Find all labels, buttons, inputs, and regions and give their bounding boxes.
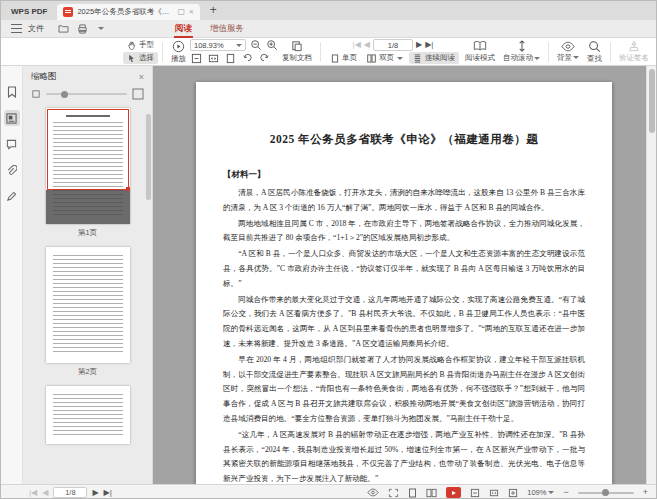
fullscreen-icon[interactable] — [508, 488, 518, 498]
select-tool-button[interactable]: 选择 — [123, 52, 158, 64]
thumbnail-item-1[interactable]: 第1页 — [46, 108, 130, 238]
status-zoom-slider[interactable] — [578, 492, 634, 494]
more-tools-caret-icon[interactable] — [98, 27, 104, 30]
copy-document-button[interactable]: 复制文档 — [278, 39, 316, 64]
status-zoom-combo[interactable]: 109% — [527, 488, 554, 497]
open-folder-icon[interactable] — [58, 24, 69, 33]
status-next-page-icon[interactable]: ▶ — [92, 489, 98, 497]
thumbnails-panel-icon[interactable] — [4, 110, 20, 126]
section-heading: 【材料一】 — [223, 169, 585, 181]
zoom-increase-icon[interactable]: + — [643, 488, 648, 497]
document-viewer[interactable]: 2025 年公务员多省联考《申论》（福建通用卷）题 【材料一】 清晨，A 区居民… — [153, 66, 656, 484]
double-page-button[interactable]: 双页 — [363, 52, 407, 64]
tab-read[interactable]: 阅读 — [174, 21, 193, 37]
toolbar-separator — [162, 42, 163, 62]
status-play-button[interactable] — [446, 487, 461, 498]
zoom-in-icon[interactable] — [265, 39, 278, 51]
first-page-icon[interactable]: |◀ — [353, 41, 361, 49]
thumbnail-label: 第2页 — [78, 367, 97, 377]
rotate-right-icon[interactable] — [258, 52, 271, 64]
offscreen-shade — [46, 190, 130, 224]
thumbnail-item-2[interactable]: 第2页 — [46, 247, 130, 377]
auto-scroll-label: 自动滚动 — [503, 53, 533, 63]
last-page-icon[interactable]: ▶| — [425, 41, 433, 49]
vertical-scrollbar[interactable] — [646, 66, 656, 484]
status-fit-page-icon[interactable] — [470, 488, 480, 498]
zoom-decrease-icon[interactable]: − — [563, 488, 568, 497]
fit-width-icon[interactable] — [207, 52, 220, 64]
zoom-out-icon[interactable] — [249, 39, 262, 51]
tool-mode-group: 手型 选择 — [123, 39, 158, 64]
read-mode-button[interactable]: 阅读模式 — [461, 39, 499, 64]
certificate-manage-button[interactable]: 证书管理 — [653, 39, 657, 64]
status-zoom-slider-handle[interactable] — [602, 489, 609, 496]
reading-toolbar: 手型 选择 播放 108.93% — [1, 38, 656, 66]
fit-window-icon[interactable] — [388, 488, 399, 498]
thumbnail-size-slider[interactable] — [46, 93, 127, 95]
new-tab-button[interactable]: + — [200, 3, 227, 20]
hamburger-menu-icon[interactable] — [11, 24, 22, 33]
file-menu[interactable]: 文件 — [28, 23, 44, 34]
statusbar-view-controls: 109% − + — [367, 487, 650, 498]
attachments-icon[interactable] — [4, 162, 20, 178]
hand-tool-button[interactable]: 手型 — [123, 39, 158, 51]
background-button[interactable]: 背景 — [553, 40, 583, 64]
app-logo[interactable]: WPS PDF — [9, 7, 57, 20]
status-double-page-icon[interactable] — [426, 488, 437, 498]
toolbar-separator — [610, 42, 611, 62]
status-zoom-caret-icon — [548, 491, 554, 494]
continuous-read-button[interactable]: 连续阅读 — [409, 52, 459, 64]
thumbnail-slider-handle[interactable] — [61, 91, 68, 98]
prev-page-icon[interactable]: ◀ — [364, 41, 370, 49]
signature-icon[interactable] — [4, 188, 20, 204]
rotate-left-icon[interactable] — [241, 52, 254, 64]
tab-close-icon[interactable]: × — [189, 8, 194, 16]
zoom-level-value: 108.93% — [194, 41, 224, 50]
comments-icon[interactable] — [4, 136, 20, 152]
auto-scroll-button[interactable]: 自动滚动 — [499, 39, 544, 64]
find-button[interactable]: 查找 — [583, 39, 606, 65]
viewport-resize-handle[interactable] — [126, 187, 130, 191]
fit-page-icon[interactable] — [190, 52, 203, 64]
paragraph: 清晨，A 区居民小陈准备烧饭，打开水龙头，清洌的自来水哗哗流出，这股来自 13 … — [223, 186, 585, 216]
status-prev-page-icon[interactable]: ◀ — [42, 489, 48, 497]
print-icon[interactable] — [77, 24, 88, 34]
status-page-number-input[interactable]: 1/8 — [53, 487, 87, 498]
pdf-file-icon — [63, 7, 73, 17]
document-title: 2025 年公务员多省联考《申论》（福建通用卷）题 — [223, 132, 585, 147]
bookmarks-icon[interactable] — [4, 84, 20, 100]
wps-pdf-window: WPS PDF 2025年公务员多省联考《申论》（福建通用卷）题 ▢ × + 文… — [0, 0, 657, 499]
document-tab-title: 2025年公务员多省联考《申论》（福建通用卷）题 — [77, 7, 173, 17]
large-thumbnail-icon — [132, 88, 144, 100]
status-fit-width-icon[interactable] — [489, 488, 499, 498]
toolbar-separator — [320, 42, 321, 62]
panel-close-icon[interactable]: × — [139, 72, 144, 82]
status-last-page-icon[interactable]: ▶| — [104, 489, 112, 497]
thumbnails-panel-title: 缩略图 — [31, 71, 57, 83]
document-tab[interactable]: 2025年公务员多省联考《申论》（福建通用卷）题 ▢ × — [57, 4, 199, 20]
thumbnail-item-3[interactable] — [46, 386, 130, 444]
panel-scrollbar-thumb[interactable] — [146, 114, 151, 200]
play-label: 播放 — [171, 54, 186, 64]
double-page-label: 双页 — [379, 53, 394, 63]
next-page-icon[interactable]: ▶ — [416, 41, 422, 49]
paragraph: 两地地域相连且同属 C 市，2018 年，在市政府主导下，两地签署战略合作协议，… — [223, 217, 585, 247]
paragraph: 同城合作带来的最大变化莫过于交通，这几年两地开通了城际公交，实现了高速公路免费互… — [223, 293, 585, 352]
vertical-scrollbar-thumb[interactable] — [649, 69, 655, 133]
viewport-indicator[interactable] — [47, 109, 129, 190]
tab-value-services[interactable]: 增值服务 — [209, 21, 245, 37]
double-page-caret-icon — [397, 57, 403, 60]
zoom-level-combo[interactable]: 108.93% — [190, 39, 246, 51]
toolbar-separator — [548, 42, 549, 62]
status-single-page-icon[interactable] — [408, 488, 417, 498]
statusbar-page-nav: |◀ ◀ 1/8 ▶ ▶| — [29, 487, 112, 498]
paragraph: 早在 2020 年 4 月，两地组织部门就签署了人才协同发展战略合作框架协议，建… — [223, 353, 585, 427]
ribbon-tabs: 阅读 增值服务 — [174, 20, 245, 37]
page-number-input[interactable]: 1/8 — [373, 39, 413, 51]
play-button[interactable]: 播放 — [167, 39, 190, 65]
actual-size-icon[interactable] — [224, 52, 237, 64]
status-first-page-icon[interactable]: |◀ — [29, 489, 37, 497]
single-page-button[interactable]: 单页 — [327, 52, 361, 64]
pdf-page-1[interactable]: 2025 年公务员多省联考《申论》（福建通用卷）题 【材料一】 清晨，A 区居民… — [196, 82, 612, 484]
eye-protect-icon[interactable] — [367, 488, 379, 497]
